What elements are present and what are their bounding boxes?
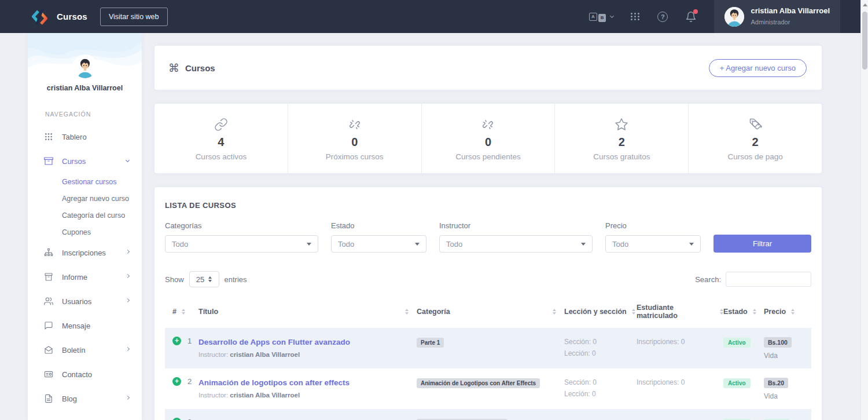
filtrar-button[interactable]: Filtrar bbox=[713, 235, 811, 253]
col-header-categoria[interactable]: Categoría bbox=[417, 297, 564, 328]
sort-icon bbox=[182, 309, 185, 315]
filter-bar: Categorías Todo Estado Todo Instructor T… bbox=[165, 221, 811, 253]
vertical-scrollbar[interactable] bbox=[860, 0, 868, 420]
instructor-line: Instructor: cristian Alba Villarroel bbox=[198, 351, 417, 358]
notifications-bell-icon[interactable] bbox=[685, 11, 697, 23]
sort-icon bbox=[553, 309, 556, 315]
sidebar-item-blog[interactable]: Blog bbox=[28, 386, 142, 411]
chevron-right-icon bbox=[126, 250, 130, 254]
visit-site-button[interactable]: Visitar sitio web bbox=[100, 8, 168, 26]
status-badge: Activo bbox=[723, 338, 751, 348]
tags-icon bbox=[748, 116, 762, 132]
user-role: Administrador bbox=[751, 19, 790, 25]
caret-down-icon bbox=[307, 243, 311, 246]
col-header-estudiante[interactable]: Estudiante matriculado bbox=[637, 297, 723, 328]
chevron-right-icon bbox=[126, 298, 130, 302]
search-input[interactable] bbox=[726, 272, 811, 287]
categorias-select[interactable]: Todo bbox=[165, 235, 318, 253]
sidebar-item-inscripciones[interactable]: Inscripciones bbox=[28, 240, 142, 265]
mail-icon bbox=[44, 345, 53, 355]
sidebar-item-tablero[interactable]: Tablero bbox=[28, 125, 142, 149]
sidebar-item-mensaje[interactable]: Mensaje bbox=[28, 313, 142, 338]
sidebar-item-informe[interactable]: Informe bbox=[28, 265, 142, 289]
show-label: Show bbox=[165, 275, 184, 284]
category-badge: Parte 1 bbox=[417, 338, 444, 348]
sidebar-item-contacto[interactable]: Contacto bbox=[28, 362, 142, 386]
brand-logo-icon[interactable] bbox=[32, 7, 47, 26]
broken-link-icon bbox=[348, 116, 362, 132]
chevron-right-icon bbox=[126, 274, 130, 278]
filter-label-estado: Estado bbox=[331, 221, 426, 230]
star-icon bbox=[615, 116, 628, 132]
user-avatar bbox=[724, 7, 744, 27]
expand-row-button[interactable]: + bbox=[172, 377, 181, 386]
link-icon bbox=[214, 116, 228, 132]
plan-text: Vida bbox=[764, 352, 811, 360]
sidebar-item-boletin[interactable]: Boletín bbox=[28, 338, 142, 362]
broken-link-icon bbox=[481, 116, 495, 132]
apps-grid-icon[interactable] bbox=[631, 13, 640, 20]
notification-badge bbox=[693, 9, 698, 14]
sort-icon bbox=[405, 309, 409, 315]
sidebar-subitem-categoria-del-curso[interactable]: Categoría del curso bbox=[28, 207, 142, 224]
spinner-icon bbox=[208, 276, 212, 282]
page-size-select[interactable]: 25 bbox=[189, 271, 219, 287]
add-course-button[interactable]: + Agregar nuevo curso bbox=[709, 59, 807, 77]
sort-icon bbox=[632, 309, 635, 315]
courses-table: # Título Categoría Lección y sección Est… bbox=[165, 297, 811, 420]
chevron-down-icon bbox=[126, 158, 130, 162]
chevron-right-icon bbox=[126, 347, 130, 351]
enrollment-cell: Inscripciones: 0 bbox=[637, 368, 723, 409]
sidebar-subitem-gestionar-cursos[interactable]: Gestionar cursos bbox=[28, 173, 142, 190]
sidebar-subitem-agregar-nuevo-curso[interactable]: Agregar nuevo curso bbox=[28, 190, 142, 207]
archive-icon bbox=[44, 156, 53, 166]
caret-down-icon bbox=[581, 243, 586, 246]
stat-proximos-cursos: 0 Próximos cursos bbox=[288, 104, 422, 173]
col-header-titulo[interactable]: Título bbox=[198, 297, 417, 328]
price-cell: Bs.20Vida bbox=[764, 368, 811, 409]
precio-select[interactable]: Todo bbox=[605, 235, 701, 253]
sidebar-item-usuarios[interactable]: Usuarios bbox=[28, 289, 142, 313]
lesson-section-cell: Sección: 0Lección: 0 bbox=[564, 328, 637, 368]
command-icon: ⌘ bbox=[168, 61, 179, 75]
table-header-row: # Título Categoría Lección y sección Est… bbox=[165, 297, 811, 328]
col-header-num[interactable]: # bbox=[165, 297, 198, 328]
course-title-link[interactable]: Desarrollo de Apps con Flutter avanzado bbox=[198, 338, 350, 346]
instructor-select[interactable]: Todo bbox=[439, 235, 593, 253]
profile-name: cristian Alba Villarroel bbox=[28, 84, 142, 92]
users-icon bbox=[44, 297, 53, 306]
caret-down-icon bbox=[415, 243, 420, 246]
col-header-leccion[interactable]: Lección y sección bbox=[564, 297, 637, 328]
contact-card-icon bbox=[44, 370, 53, 379]
col-header-estado[interactable]: Estado bbox=[723, 297, 764, 328]
price-badge: Bs.100 bbox=[764, 337, 792, 348]
table-row: +3 Curso de Mikrotik Actualizado Instruc… bbox=[165, 409, 811, 420]
sidebar-subitem-cupones[interactable]: Cupones bbox=[28, 224, 142, 240]
filter-label-categorias: Categorías bbox=[165, 221, 318, 230]
stat-cursos-de-pago: 2 Cursos de pago bbox=[689, 104, 822, 173]
price-cell: Bs.100Vida bbox=[764, 328, 811, 368]
dashboard-grid-icon bbox=[44, 132, 53, 141]
help-icon[interactable]: ? bbox=[657, 12, 668, 22]
expand-row-button[interactable]: + bbox=[172, 418, 181, 420]
report-box-icon bbox=[44, 272, 53, 282]
price-cell: Gratis2 Months bbox=[764, 409, 811, 420]
user-name: cristian Alba Villarroel bbox=[751, 6, 830, 16]
col-header-precio[interactable]: Precio bbox=[764, 297, 811, 328]
instructor-line: Instructor: cristian Alba Villarroel bbox=[198, 392, 417, 399]
stat-cursos-pendientes: 0 Cursos pendientes bbox=[422, 104, 556, 173]
course-title-link[interactable]: Animación de logotipos con after effects bbox=[198, 378, 350, 387]
table-row: +2 Animación de logotipos con after effe… bbox=[165, 368, 811, 409]
scrollbar-thumb[interactable] bbox=[862, 12, 867, 70]
expand-row-button[interactable]: + bbox=[172, 337, 181, 345]
user-menu[interactable]: cristian Alba Villarroel Administrador bbox=[714, 0, 840, 33]
language-selector[interactable]: AB bbox=[589, 12, 614, 22]
language-icon: A bbox=[589, 13, 597, 21]
language-icon-alt: B bbox=[598, 14, 606, 22]
scroll-up-icon[interactable] bbox=[863, 3, 867, 6]
profile-avatar[interactable] bbox=[74, 56, 96, 78]
filter-label-instructor: Instructor bbox=[439, 221, 593, 230]
sidebar-item-cursos[interactable]: Cursos bbox=[28, 149, 142, 173]
estado-select[interactable]: Todo bbox=[331, 235, 426, 253]
page-header-card: ⌘ Cursos + Agregar nuevo curso bbox=[155, 46, 822, 90]
